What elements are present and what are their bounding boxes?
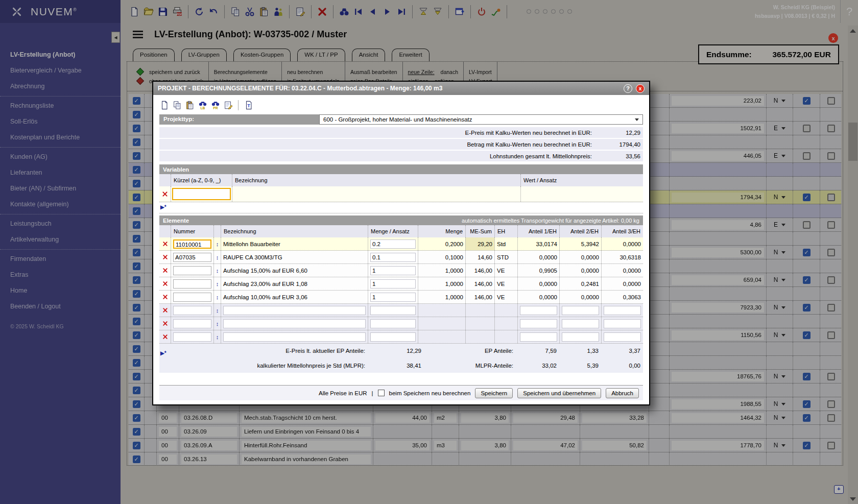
row-checkbox[interactable]: ✓ [133, 207, 140, 215]
ne-select[interactable]: E [774, 221, 785, 228]
bezeichnung-input[interactable] [223, 306, 366, 315]
anteil1-input[interactable] [520, 332, 557, 342]
row-checkbox[interactable] [827, 125, 835, 132]
sidebar-item[interactable]: Extras [0, 267, 121, 283]
sidebar-item[interactable]: Abrechnung [0, 79, 121, 94]
row-checkbox[interactable] [827, 276, 835, 284]
new-document-icon[interactable] [159, 100, 169, 110]
row-checkbox[interactable]: ✓ [133, 194, 140, 201]
refresh-icon[interactable] [194, 6, 205, 17]
delete-row-icon[interactable] [159, 237, 171, 250]
row-checkbox[interactable]: ✓ [133, 414, 140, 422]
paste-icon[interactable] [258, 6, 270, 17]
form-edit-icon[interactable] [223, 100, 233, 110]
row-checkbox[interactable]: ✓ [133, 249, 140, 256]
new-window-icon[interactable] [454, 6, 465, 17]
anteil2-input[interactable] [562, 306, 599, 315]
ansatz-input[interactable] [370, 319, 416, 328]
anteil3-cell[interactable]: 0,3063 [601, 291, 643, 303]
anteil3-input[interactable] [604, 319, 641, 328]
anteil2-cell[interactable]: 0,0000 [559, 251, 601, 263]
vertical-scrollbar[interactable] [848, 26, 858, 504]
ansatz-input[interactable]: 1 [370, 279, 416, 289]
kuerzel-input[interactable] [172, 188, 231, 200]
ansatz-input[interactable] [370, 332, 416, 342]
ne-select[interactable]: E [774, 152, 785, 159]
bezeichnung-cell[interactable]: RAUPE CA 300M3/TG [221, 251, 368, 263]
anteil3-cell[interactable]: 0,0000 [601, 277, 643, 290]
updown-icon[interactable]: ↕ [213, 264, 221, 277]
scroll-up-icon[interactable] [848, 26, 858, 36]
action-link[interactable]: neu berechnen [287, 69, 323, 75]
tab-kosten-gruppen[interactable]: Kosten-Gruppen [233, 49, 291, 61]
table-row[interactable]: ✓0003.26.09Liefern und Einbringen von Fe… [129, 425, 841, 439]
row-checkbox[interactable]: ✓ [803, 331, 811, 339]
import-rows-icon[interactable] [418, 6, 429, 17]
anteil2-input[interactable] [562, 319, 599, 328]
nummer-input[interactable] [173, 319, 211, 328]
updown-icon[interactable]: ↕ [213, 277, 221, 290]
nummer-input[interactable] [173, 293, 211, 302]
ne-select[interactable]: N [774, 400, 786, 407]
anteil1-cell[interactable]: 0,9905 [517, 264, 559, 277]
row-checkbox[interactable]: ✓ [803, 400, 811, 408]
copy-icon[interactable] [230, 6, 241, 17]
row-checkbox[interactable]: ✓ [803, 194, 811, 201]
stats-icon[interactable] [490, 6, 502, 17]
anteil1-input[interactable] [520, 306, 557, 315]
text-doc-icon[interactable]: T [244, 100, 253, 110]
search-lb-icon[interactable]: LB [198, 100, 207, 110]
dialog-titlebar[interactable]: PROJEKT - BERECHNUNGSELEMENTE FÜR: 03.22… [153, 82, 649, 95]
tab-ansicht[interactable]: Ansicht [352, 49, 386, 61]
row-checkbox[interactable]: ✓ [133, 290, 140, 298]
row-checkbox[interactable]: ✓ [133, 276, 140, 284]
row-checkbox[interactable]: ✓ [133, 442, 140, 449]
sidebar-collapse-handle[interactable]: ◀ [111, 32, 120, 43]
sidebar-item[interactable]: Artikelverwaltung [0, 232, 121, 248]
dialog-close-icon[interactable]: x [636, 84, 645, 93]
delete-row-icon[interactable] [159, 291, 171, 303]
updown-icon[interactable]: ↕ [213, 304, 221, 317]
table-row[interactable]: ✓0003.26.08.DMech.stab.Tragschicht 10 cm… [129, 411, 841, 425]
scroll-down-icon[interactable] [848, 494, 858, 504]
row-checkbox[interactable] [827, 442, 835, 449]
row-checkbox[interactable]: ✓ [133, 373, 140, 380]
anteil1-cell[interactable]: 0,0000 [517, 251, 559, 263]
users-icon[interactable] [273, 6, 284, 17]
anteil2-cell[interactable]: 0,2481 [559, 277, 601, 290]
dialog-help-icon[interactable]: ? [624, 84, 632, 93]
nummer-input[interactable] [173, 306, 211, 315]
sidebar-item[interactable]: Beenden / Logout [0, 299, 121, 315]
row-checkbox[interactable] [827, 304, 835, 311]
paste-icon[interactable] [185, 100, 195, 110]
action-link[interactable]: Ausmaß bearbeiten [350, 69, 397, 75]
row-checkbox[interactable]: ✓ [133, 125, 140, 132]
nav-prev-icon[interactable] [367, 6, 378, 17]
row-checkbox[interactable]: ✓ [803, 276, 811, 284]
tab-erweitert[interactable]: Erweitert [392, 49, 429, 61]
abbruch-button[interactable]: Abbruch [606, 388, 639, 398]
delete-row-icon[interactable] [159, 264, 171, 277]
sidebar-item[interactable]: Soll-Erlös [0, 114, 121, 130]
nummer-input[interactable]: A07035 [173, 253, 211, 262]
row-checkbox[interactable]: ✓ [133, 97, 140, 105]
table-row[interactable]: ✓0003.26.13Kabelwarnband in vorhandenen … [129, 452, 841, 465]
delete-row-icon[interactable] [159, 186, 171, 202]
tab-wk-lt-pp[interactable]: WK / LT / PP [297, 49, 345, 61]
cut-icon[interactable] [244, 6, 255, 17]
row-checkbox[interactable]: ✓ [803, 373, 811, 380]
ne-select[interactable]: E [774, 125, 785, 132]
add-row-icon[interactable]: + [834, 485, 844, 494]
tab-positionen[interactable]: Positionen [133, 49, 175, 61]
ne-select[interactable]: N [774, 97, 786, 104]
anteil1-input[interactable] [520, 319, 557, 328]
wert-ansatz-cell[interactable] [520, 186, 643, 202]
updown-icon[interactable]: ↕ [213, 317, 221, 330]
row-checkbox[interactable] [827, 331, 835, 339]
anteil2-cell[interactable]: 0,0000 [559, 291, 601, 303]
ne-select[interactable]: N [774, 331, 786, 339]
nav-first-icon[interactable] [353, 6, 364, 17]
form-edit-icon[interactable] [295, 6, 306, 17]
row-checkbox[interactable] [827, 249, 835, 256]
row-checkbox[interactable]: ✓ [133, 359, 140, 367]
